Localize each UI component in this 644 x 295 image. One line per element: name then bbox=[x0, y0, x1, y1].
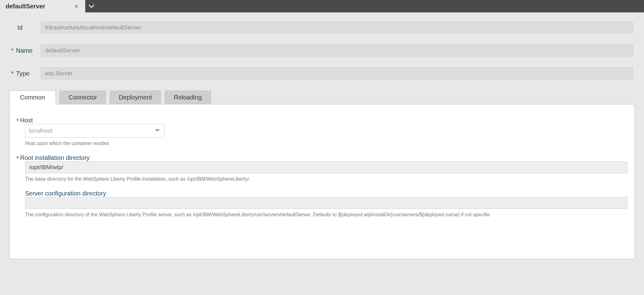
host-label: Host bbox=[20, 117, 33, 124]
editor-tab[interactable]: defaultServer ✕ bbox=[0, 0, 85, 12]
tab-common[interactable]: Common bbox=[9, 90, 56, 104]
rootdir-help: The base directory for the WebSphere Lib… bbox=[25, 176, 628, 182]
header-bar: defaultServer ✕ bbox=[0, 0, 644, 12]
tab-reloading[interactable]: Reloading bbox=[165, 90, 211, 104]
id-label: Id bbox=[11, 24, 23, 31]
type-label: Type bbox=[16, 70, 29, 77]
editor-tab-title: defaultServer bbox=[6, 3, 45, 10]
name-value: defaultServer bbox=[45, 47, 80, 54]
rootdir-group: * Root installation directory /opt/IBM/w… bbox=[16, 154, 628, 182]
chevron-down-icon[interactable] bbox=[85, 0, 98, 12]
id-field: Infrastructure/localhost/defaultServer bbox=[41, 22, 633, 33]
serverconfigdir-label: Server configuration directory bbox=[25, 190, 106, 197]
rootdir-label: Root installation directory bbox=[20, 154, 90, 161]
type-value: wlp.Server bbox=[45, 70, 73, 77]
name-label: Name bbox=[16, 47, 33, 54]
required-icon: * bbox=[16, 155, 19, 161]
host-help: Host upon which the container resides bbox=[25, 141, 628, 146]
required-icon: * bbox=[16, 118, 19, 124]
required-icon: * bbox=[11, 47, 14, 54]
chevron-down-icon bbox=[154, 127, 161, 134]
serverconfigdir-field[interactable] bbox=[25, 197, 628, 209]
type-row: * Type wlp.Server bbox=[11, 68, 633, 79]
tabs-row: Common Connector Deployment Reloading bbox=[9, 90, 633, 104]
host-value: localhost bbox=[29, 127, 52, 134]
rootdir-value: /opt/IBM/wlp/ bbox=[29, 164, 63, 171]
serverconfigdir-group: Server configuration directory The confi… bbox=[16, 190, 628, 218]
host-group: * Host localhost Host upon which the con… bbox=[16, 117, 628, 146]
tab-content-common: * Host localhost Host upon which the con… bbox=[9, 104, 635, 259]
rootdir-field[interactable]: /opt/IBM/wlp/ bbox=[25, 161, 628, 173]
id-value: Infrastructure/localhost/defaultServer bbox=[45, 24, 141, 31]
form-area: Id Infrastructure/localhost/defaultServe… bbox=[0, 12, 644, 259]
serverconfigdir-help: The configuration directory of the WebSp… bbox=[25, 212, 628, 218]
name-row: * Name defaultServer bbox=[11, 45, 633, 56]
type-field: wlp.Server bbox=[41, 68, 633, 79]
id-row: Id Infrastructure/localhost/defaultServe… bbox=[11, 22, 633, 33]
required-icon: * bbox=[11, 70, 14, 77]
host-dropdown[interactable]: localhost bbox=[25, 124, 165, 138]
name-field[interactable]: defaultServer bbox=[41, 45, 633, 56]
tab-deployment[interactable]: Deployment bbox=[110, 90, 161, 104]
close-icon[interactable]: ✕ bbox=[73, 3, 80, 10]
tab-connector[interactable]: Connector bbox=[60, 90, 106, 104]
